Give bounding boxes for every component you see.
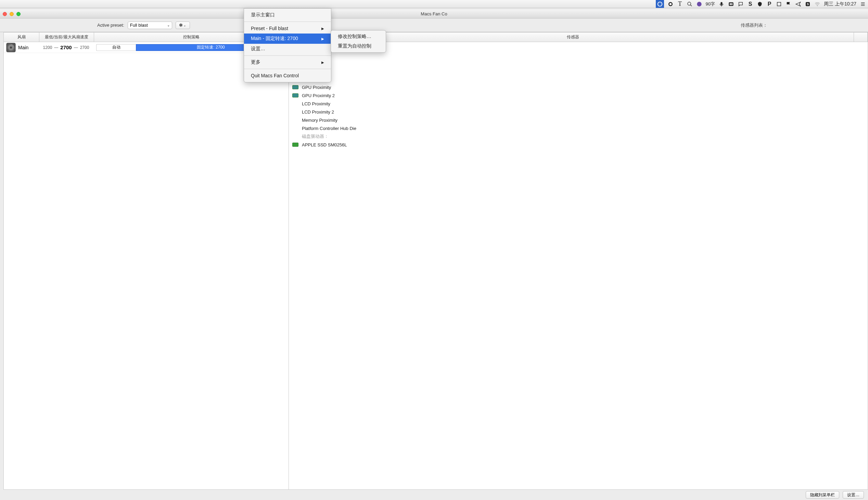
sensor-row[interactable]: APPLE SSD SM0256L [289,140,498,149]
sensor-name: Platform Controller Hub Die [302,126,356,131]
menu-show-main[interactable]: 显示主窗口 [244,10,331,20]
fan-icon [6,42,16,53]
disk-section-header: 磁盘驱动器： [289,132,498,140]
submenu-reset[interactable]: 重置为自动控制 [331,42,386,51]
sensor-row[interactable]: GPU Proximity [289,83,498,91]
chip-icon [292,143,299,147]
auto-segment[interactable]: 自动 [96,44,136,51]
sensor-name: Memory Proximity [302,118,337,123]
sensor-row[interactable]: GPU Proximity 2 [289,91,498,100]
tray-menu: 显示主窗口 Preset - Full blast▶ Main - 固定转速: … [244,8,331,82]
tray-submenu: 修改控制策略… 重置为自动控制 [331,30,386,53]
zoom-button[interactable] [16,12,21,16]
chevron-right-icon: ▶ [321,60,324,64]
preset-select[interactable]: Full blast ⌄ [128,22,172,29]
chip-icon [292,118,299,122]
menu-more[interactable]: 更多▶ [244,57,331,67]
sensor-row[interactable]: LCD Proximity 2 [289,108,498,116]
col-fan[interactable]: 风扇 [4,33,40,42]
chip-icon [292,93,299,98]
sensor-name: LCD Proximity 2 [302,110,334,115]
menu-preset[interactable]: Preset - Full blast▶ [244,23,331,34]
col-speed[interactable]: 最低/当前/最大风扇速度 [40,33,94,42]
sensor-name: GPU Proximity [302,85,331,90]
fan-name: Main [18,45,39,50]
menu-separator [244,69,331,69]
menu-main-fixed[interactable]: Main - 固定转速: 2700▶ [244,34,331,44]
sensor-row[interactable]: Platform Controller Hub Die [289,124,498,132]
menu-separator [244,55,331,56]
traffic-lights [3,12,21,16]
window-title: Macs Fan Co [421,11,447,16]
preset-value: Full blast [130,23,148,28]
chevron-down-icon: ⌄ [183,24,186,27]
chip-icon [292,110,299,114]
gear-icon: ✻ [179,23,183,28]
submenu-modify[interactable]: 修改控制策略… [331,32,386,42]
sensor-name: LCD Proximity [302,101,330,106]
active-preset-label: Active preset: [97,23,124,28]
sensor-row[interactable]: LCD Proximity [289,100,498,108]
close-button[interactable] [3,12,7,16]
menu-quit[interactable]: Quit Macs Fan Control [244,70,331,81]
svg-point-19 [10,46,12,48]
sensor-name: APPLE SSD SM0256L [302,142,347,147]
menu-separator [244,22,331,22]
gear-dropdown-button[interactable]: ✻ ⌄ [176,22,190,29]
minimize-button[interactable] [10,12,14,16]
chip-icon [292,85,299,89]
chevron-down-icon: ⌄ [167,23,170,27]
chevron-right-icon: ▶ [321,37,324,41]
menu-settings[interactable]: 设置… [244,44,331,54]
chevron-right-icon: ▶ [321,27,324,31]
menubar: T 90字 S P S 周三 上午10:27 [0,0,498,8]
chip-icon [292,102,299,106]
sensor-row[interactable]: Memory Proximity [289,116,498,124]
fan-speed: 1200 — 2700 — 2700 [39,44,93,50]
sensor-name: GPU Proximity 2 [302,93,335,98]
chip-icon [292,126,299,130]
